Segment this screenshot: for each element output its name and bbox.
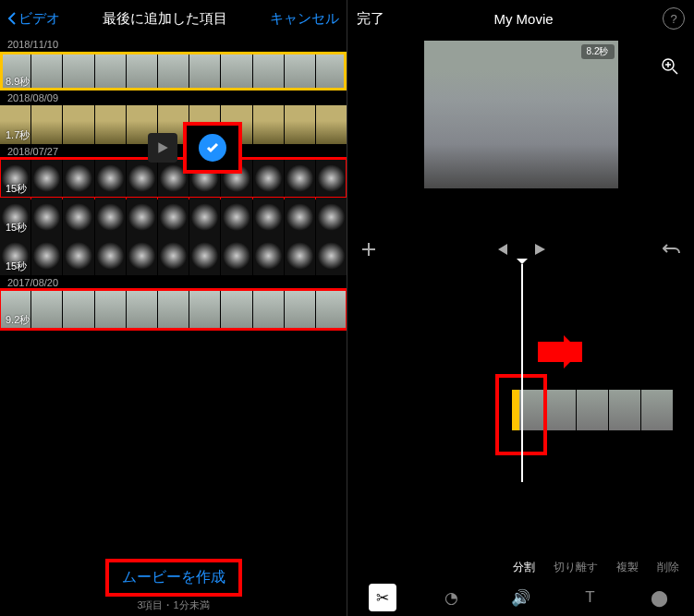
arrow-annotation [538, 342, 582, 362]
speed-tool[interactable]: ◔ [438, 584, 466, 611]
clip-duration: 8.9秒 [6, 75, 30, 89]
zoom-button[interactable] [661, 57, 679, 80]
movie-title: My Movie [493, 11, 553, 27]
back-button[interactable]: ビデオ [7, 10, 60, 28]
action-複製[interactable]: 複製 [616, 560, 639, 575]
date-header: 2018/11/10 [0, 37, 347, 52]
done-button[interactable]: 完了 [357, 10, 384, 28]
add-media-button[interactable] [360, 241, 377, 261]
video-clip[interactable]: 9.2秒 [0, 290, 347, 329]
clip-duration: 15秒 [6, 260, 27, 273]
picker-header: ビデオ 最後に追加した項目 キャンセル [0, 0, 347, 37]
picker-title: 最後に追加した項目 [103, 10, 227, 28]
cut-tool[interactable]: ✂ [369, 584, 396, 611]
playhead[interactable] [521, 264, 523, 482]
action-分割[interactable]: 分割 [513, 560, 535, 575]
skip-start-button[interactable] [494, 243, 509, 260]
highlight-check [183, 122, 242, 174]
selection-summary: 3項目・1分未満 [0, 598, 347, 612]
cancel-button[interactable]: キャンセル [270, 10, 339, 28]
volume-tool[interactable]: 🔊 [507, 584, 535, 611]
select-check-button[interactable] [199, 134, 226, 162]
create-movie-button[interactable]: ムービーを作成 [105, 559, 242, 597]
clip-duration: 15秒 [6, 182, 27, 196]
date-header: 2017/08/20 [0, 275, 347, 290]
date-header: 2018/08/09 [0, 91, 347, 105]
video-preview[interactable]: 8.2秒 [424, 41, 618, 188]
text-tool[interactable]: T [577, 584, 604, 611]
preview-play-button[interactable] [148, 133, 177, 163]
clip-action-controls [148, 122, 242, 174]
undo-button[interactable] [663, 243, 681, 260]
play-button[interactable] [533, 243, 546, 260]
timeline[interactable] [347, 270, 694, 482]
clip-duration: 1.7秒 [6, 128, 30, 142]
back-label: ビデオ [18, 10, 60, 28]
clip-duration: 9.2秒 [6, 313, 30, 327]
action-切り離す[interactable]: 切り離す [554, 560, 598, 575]
clip-duration: 15秒 [6, 221, 27, 235]
editor-pane: 完了 My Movie ? 8.2秒 分割切り離す複製 [347, 0, 694, 616]
clip-actions: 分割切り離す複製削除 [347, 560, 694, 575]
video-clip[interactable]: 15秒 [0, 236, 347, 275]
action-削除[interactable]: 削除 [657, 560, 679, 575]
video-clip[interactable]: 8.9秒 [0, 52, 347, 91]
duration-badge: 8.2秒 [581, 44, 615, 59]
filter-tool[interactable]: ⬤ [646, 584, 674, 611]
video-clip[interactable]: 15秒 [0, 198, 347, 236]
picker-footer: ムービーを作成 3項目・1分未満 [0, 551, 347, 616]
media-picker-pane: ビデオ 最後に追加した項目 キャンセル 2018/11/108.9秒2018/0… [0, 0, 347, 616]
editor-header: 完了 My Movie ? [347, 0, 694, 37]
help-button[interactable]: ? [663, 7, 685, 30]
editor-toolbar: ✂◔🔊T⬤ [347, 579, 694, 616]
